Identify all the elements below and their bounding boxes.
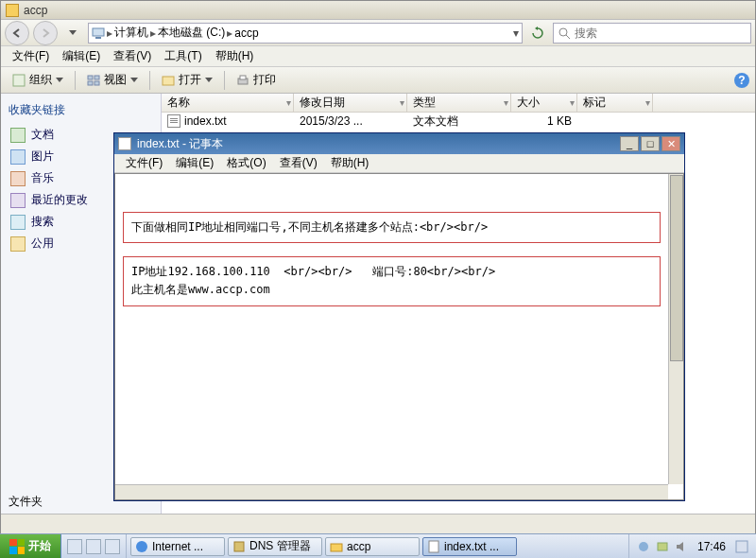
menu-help[interactable]: 帮助(H) bbox=[210, 46, 260, 66]
breadcrumb-sep-icon: ▸ bbox=[227, 26, 232, 40]
quick-launch-item[interactable] bbox=[67, 539, 82, 554]
explorer-menubar: 文件(F) 编辑(E) 查看(V) 工具(T) 帮助(H) bbox=[1, 46, 755, 67]
separator bbox=[75, 71, 76, 90]
minimize-button[interactable]: _ bbox=[620, 136, 639, 151]
notepad-icon bbox=[118, 137, 131, 150]
svg-rect-13 bbox=[234, 542, 244, 551]
folder-icon bbox=[330, 540, 343, 553]
maximize-button[interactable]: □ bbox=[641, 136, 660, 151]
menu-file[interactable]: 文件(F) bbox=[7, 46, 55, 66]
recent-icon bbox=[10, 193, 26, 208]
show-desktop-icon[interactable] bbox=[735, 540, 748, 553]
explorer-title-text: accp bbox=[24, 4, 47, 17]
nav-history-dropdown[interactable] bbox=[61, 23, 84, 44]
svg-rect-0 bbox=[93, 28, 104, 36]
taskbar: 开始 Internet ... DNS 管理器 accp index.txt .… bbox=[0, 533, 756, 558]
tray-icon[interactable] bbox=[637, 540, 650, 553]
menu-edit[interactable]: 编辑(E) bbox=[57, 46, 106, 66]
vertical-scrollbar[interactable] bbox=[668, 174, 683, 484]
ie-icon bbox=[135, 540, 148, 553]
breadcrumb-sep-icon: ▸ bbox=[150, 26, 156, 40]
breadcrumb[interactable]: ▸ 计算机▸ 本地磁盘 (C:)▸ accp ▾ bbox=[88, 23, 523, 44]
dns-icon bbox=[232, 540, 246, 553]
open-icon bbox=[162, 74, 175, 87]
close-button[interactable]: ✕ bbox=[662, 136, 680, 151]
help-button[interactable]: ? bbox=[734, 73, 749, 88]
sidebar-folders-toggle[interactable]: 文件夹 bbox=[9, 494, 43, 510]
quick-launch bbox=[61, 534, 127, 558]
separator bbox=[149, 71, 150, 90]
svg-rect-5 bbox=[88, 76, 93, 79]
print-icon bbox=[236, 74, 249, 87]
print-button[interactable]: 打印 bbox=[231, 70, 282, 90]
notepad-textarea[interactable]: 下面做相同IP地址相同端口号,不同主机名搭建多个站点:<br/><br/> IP… bbox=[114, 173, 684, 500]
np-menu-file[interactable]: 文件(F) bbox=[120, 154, 168, 172]
svg-rect-8 bbox=[94, 81, 99, 85]
documents-icon bbox=[10, 128, 26, 143]
column-tag[interactable]: 标记 bbox=[577, 94, 653, 112]
svg-rect-7 bbox=[88, 81, 93, 85]
views-button[interactable]: 视图 bbox=[81, 70, 144, 90]
svg-line-3 bbox=[566, 35, 570, 39]
taskbar-item-internet[interactable]: Internet ... bbox=[130, 537, 225, 556]
search-icon bbox=[10, 215, 26, 230]
notepad-titlebar[interactable]: index.txt - 记事本 _ □ ✕ bbox=[114, 133, 684, 154]
file-type-cell: 文本文档 bbox=[407, 113, 511, 130]
volume-icon[interactable] bbox=[675, 540, 688, 553]
arrow-right-icon bbox=[39, 26, 52, 40]
notepad-icon bbox=[427, 540, 440, 553]
nav-back-button[interactable] bbox=[5, 21, 29, 45]
search-input[interactable] bbox=[575, 26, 735, 40]
separator bbox=[224, 71, 225, 90]
arrow-left-icon bbox=[10, 26, 24, 40]
chevron-down-icon bbox=[56, 78, 63, 82]
np-menu-help[interactable]: 帮助(H) bbox=[325, 154, 375, 172]
scroll-thumb[interactable] bbox=[670, 175, 683, 361]
taskbar-item-notepad[interactable]: index.txt ... bbox=[422, 537, 517, 556]
svg-rect-17 bbox=[658, 543, 667, 550]
column-type[interactable]: 类型 bbox=[407, 94, 511, 112]
taskbar-item-accp[interactable]: accp bbox=[325, 537, 420, 556]
column-date[interactable]: 修改日期 bbox=[294, 94, 407, 112]
organize-button[interactable]: 组织 bbox=[7, 70, 69, 90]
organize-icon bbox=[12, 74, 26, 87]
breadcrumb-dropdown-icon[interactable]: ▾ bbox=[513, 26, 519, 40]
column-size[interactable]: 大小 bbox=[511, 94, 577, 112]
file-row[interactable]: index.txt 2015/3/23 ... 文本文档 1 KB bbox=[162, 113, 755, 130]
start-button[interactable]: 开始 bbox=[0, 534, 61, 558]
system-tray: 17:46 bbox=[628, 534, 756, 558]
np-menu-view[interactable]: 查看(V) bbox=[274, 154, 323, 172]
file-name-cell: index.txt bbox=[162, 114, 294, 128]
svg-point-12 bbox=[136, 541, 147, 552]
chevron-down-icon bbox=[130, 78, 138, 82]
np-menu-format[interactable]: 格式(O) bbox=[221, 154, 271, 172]
breadcrumb-root[interactable]: ▸ bbox=[92, 26, 112, 40]
breadcrumb-seg-folder[interactable]: accp bbox=[234, 26, 258, 40]
svg-point-16 bbox=[639, 542, 648, 551]
menu-tools[interactable]: 工具(T) bbox=[159, 46, 207, 66]
breadcrumb-seg-computer[interactable]: 计算机▸ bbox=[114, 25, 156, 41]
horizontal-scrollbar[interactable] bbox=[115, 484, 668, 499]
quick-launch-item[interactable] bbox=[105, 539, 120, 554]
search-box[interactable] bbox=[553, 23, 751, 44]
nav-forward-button[interactable] bbox=[33, 21, 58, 45]
pictures-icon bbox=[10, 149, 26, 165]
explorer-toolbar: 组织 视图 打开 打印 ? bbox=[1, 67, 755, 94]
views-icon bbox=[87, 74, 100, 87]
tray-icon[interactable] bbox=[656, 540, 669, 553]
task-buttons: Internet ... DNS 管理器 accp index.txt ... bbox=[127, 534, 628, 558]
explorer-titlebar[interactable]: accp bbox=[1, 1, 755, 20]
chevron-down-icon bbox=[205, 78, 213, 82]
taskbar-item-dns[interactable]: DNS 管理器 bbox=[228, 537, 322, 556]
breadcrumb-seg-drive[interactable]: 本地磁盘 (C:)▸ bbox=[158, 25, 232, 41]
refresh-button[interactable] bbox=[526, 23, 549, 44]
column-name[interactable]: 名称 bbox=[162, 94, 294, 112]
menu-view[interactable]: 查看(V) bbox=[108, 46, 157, 66]
file-size-cell: 1 KB bbox=[511, 114, 577, 128]
folder-icon bbox=[6, 4, 19, 17]
music-icon bbox=[10, 171, 26, 186]
np-menu-edit[interactable]: 编辑(E) bbox=[170, 154, 219, 172]
open-button[interactable]: 打开 bbox=[156, 70, 218, 90]
taskbar-clock[interactable]: 17:46 bbox=[694, 540, 730, 553]
quick-launch-item[interactable] bbox=[86, 539, 101, 554]
